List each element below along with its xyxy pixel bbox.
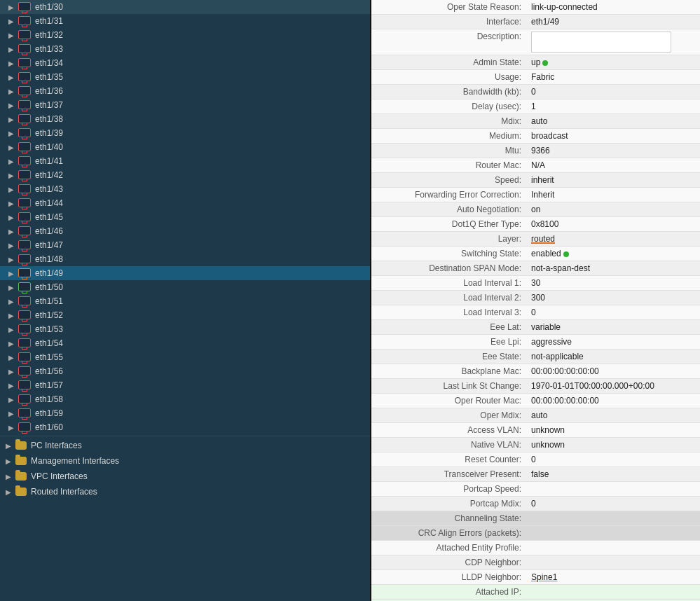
detail-row: Auto Negotiation:on [371, 202, 700, 217]
interface-label: eth1/48 [35, 254, 63, 264]
field-label: CRC Align Errors (packets): [371, 526, 526, 541]
folder-icon [15, 457, 27, 465]
field-value: on [526, 202, 700, 217]
monitor-icon [18, 114, 31, 123]
monitor-icon-wrap [18, 72, 32, 82]
sidebar-item-eth1/32[interactable]: ▶eth1/32 [0, 28, 370, 42]
sidebar-item-eth1/38[interactable]: ▶eth1/38 [0, 112, 370, 126]
monitor-icon-wrap [18, 156, 32, 166]
monitor-icon [18, 212, 31, 221]
monitor-icon-wrap [18, 422, 32, 432]
sidebar-item-eth1/35[interactable]: ▶eth1/35 [0, 70, 370, 84]
folder-item-vpc-interfaces[interactable]: ▶VPC Interfaces [0, 469, 370, 484]
field-value: eth1/49 [526, 15, 700, 29]
interface-label: eth1/55 [35, 352, 63, 362]
field-value: 300 [526, 291, 700, 305]
chevron-icon: ▶ [6, 488, 15, 496]
detail-row: CRC Align Errors (packets): [371, 526, 700, 541]
sidebar-item-eth1/30[interactable]: ▶eth1/30 [0, 0, 370, 14]
chevron-icon: ▶ [8, 242, 18, 249]
description-input[interactable] [531, 32, 671, 53]
monitor-icon [18, 86, 31, 95]
sidebar-item-eth1/36[interactable]: ▶eth1/36 [0, 84, 370, 98]
sidebar-item-eth1/44[interactable]: ▶eth1/44 [0, 196, 370, 210]
field-value [526, 555, 700, 570]
detail-row: Router Mac:N/A [371, 158, 700, 173]
interface-label: eth1/36 [35, 86, 63, 96]
monitor-icon-wrap [18, 408, 32, 418]
sidebar-item-eth1/58[interactable]: ▶eth1/58 [0, 392, 370, 406]
field-label: Load Interval 1: [371, 276, 526, 291]
field-label: Native VLAN: [371, 438, 526, 453]
field-value: Inherit [526, 188, 700, 202]
sidebar-item-eth1/52[interactable]: ▶eth1/52 [0, 308, 370, 322]
sidebar-item-eth1/31[interactable]: ▶eth1/31 [0, 14, 370, 28]
chevron-icon: ▶ [6, 442, 15, 450]
field-value: Fabric [526, 70, 700, 85]
interface-label: eth1/37 [35, 100, 63, 110]
sidebar-item-eth1/33[interactable]: ▶eth1/33 [0, 42, 370, 56]
sidebar-item-eth1/55[interactable]: ▶eth1/55 [0, 350, 370, 364]
monitor-icon [18, 380, 31, 389]
sidebar-item-eth1/54[interactable]: ▶eth1/54 [0, 336, 370, 350]
sidebar-item-eth1/46[interactable]: ▶eth1/46 [0, 224, 370, 238]
sidebar-item-eth1/59[interactable]: ▶eth1/59 [0, 406, 370, 420]
detail-row: Access VLAN:unknown [371, 423, 700, 438]
sidebar-item-eth1/49[interactable]: ▶eth1/49 [0, 266, 370, 280]
sidebar-item-eth1/34[interactable]: ▶eth1/34 [0, 56, 370, 70]
field-value: inherit [526, 173, 700, 188]
detail-row: Speed:inherit [371, 173, 700, 188]
folder-item-routed-interfaces[interactable]: ▶Routed Interfaces [0, 484, 370, 499]
monitor-icon [18, 338, 31, 347]
sidebar-item-eth1/43[interactable]: ▶eth1/43 [0, 182, 370, 196]
field-value: link-up-connected [526, 0, 700, 15]
detail-row: Forwarding Error Correction:Inherit [371, 188, 700, 202]
sidebar-item-eth1/56[interactable]: ▶eth1/56 [0, 364, 370, 378]
sidebar-item-eth1/39[interactable]: ▶eth1/39 [0, 126, 370, 140]
detail-table: Oper State Reason:link-up-connectedInter… [371, 0, 700, 601]
detail-row: Load Interval 3:0 [371, 305, 700, 320]
detail-row: Oper Router Mac:00:00:00:00:00:00 [371, 394, 700, 408]
field-label: Bandwidth (kb): [371, 85, 526, 99]
sidebar-item-eth1/37[interactable]: ▶eth1/37 [0, 98, 370, 112]
field-label: LLDP Neighbor: [371, 570, 526, 585]
field-label: Load Interval 2: [371, 291, 526, 305]
sidebar-item-eth1/41[interactable]: ▶eth1/41 [0, 154, 370, 168]
detail-row: Admin State:up [371, 55, 700, 70]
detail-row: Mdix:auto [371, 114, 700, 129]
field-value: routed [526, 232, 700, 247]
field-value: auto [526, 114, 700, 129]
field-value: false [526, 467, 700, 482]
sidebar-item-eth1/47[interactable]: ▶eth1/47 [0, 238, 370, 252]
monitor-icon-wrap [18, 86, 32, 96]
status-dot-green [542, 60, 548, 66]
interface-label: eth1/58 [35, 394, 63, 404]
sidebar-item-eth1/40[interactable]: ▶eth1/40 [0, 140, 370, 154]
interface-label: eth1/43 [35, 184, 63, 194]
sidebar-item-eth1/42[interactable]: ▶eth1/42 [0, 168, 370, 182]
detail-row: Oper Mdix:auto [371, 408, 700, 423]
sidebar-item-eth1/60[interactable]: ▶eth1/60 [0, 420, 370, 434]
field-label: CDP Neighbor: [371, 555, 526, 570]
field-label: Attached IP: [371, 585, 526, 600]
monitor-icon-wrap [18, 254, 32, 264]
folder-item-management-interfaces[interactable]: ▶Management Interfaces [0, 453, 370, 469]
monitor-icon-wrap [18, 324, 32, 334]
sidebar-item-eth1/53[interactable]: ▶eth1/53 [0, 322, 370, 336]
sidebar-item-eth1/48[interactable]: ▶eth1/48 [0, 252, 370, 266]
detail-row: Dot1Q Ether Type:0x8100 [371, 217, 700, 232]
monitor-icon-wrap [18, 296, 32, 306]
sidebar-item-eth1/45[interactable]: ▶eth1/45 [0, 210, 370, 224]
folder-item-pc-interfaces[interactable]: ▶PC Interfaces [0, 438, 370, 453]
sidebar[interactable]: ▶eth1/30▶eth1/31▶eth1/32▶eth1/33▶eth1/34… [0, 0, 371, 601]
chevron-icon: ▶ [8, 284, 18, 291]
sidebar-item-eth1/57[interactable]: ▶eth1/57 [0, 378, 370, 392]
chevron-icon: ▶ [8, 32, 18, 39]
detail-row: Native VLAN:unknown [371, 438, 700, 453]
monitor-icon [18, 366, 31, 375]
sidebar-item-eth1/51[interactable]: ▶eth1/51 [0, 294, 370, 308]
lldp-neighbor-value: Spine1 [531, 572, 557, 582]
sidebar-item-eth1/50[interactable]: ▶eth1/50 [0, 280, 370, 294]
field-value[interactable] [526, 29, 700, 55]
field-value: auto [526, 408, 700, 423]
